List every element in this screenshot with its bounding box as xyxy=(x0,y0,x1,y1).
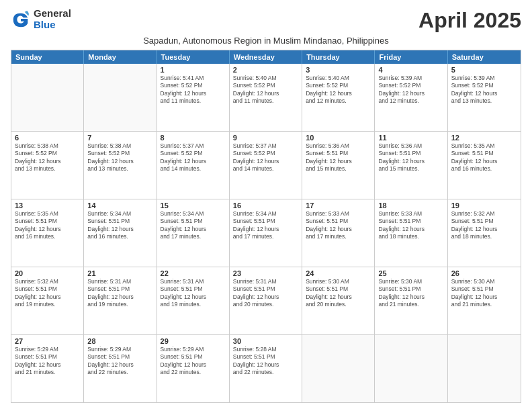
day-number: 5 xyxy=(451,66,517,74)
day-number: 9 xyxy=(233,134,298,142)
day-info: Sunrise: 5:37 AM Sunset: 5:52 PM Dayligh… xyxy=(233,142,298,173)
calendar-day-25: 25Sunrise: 5:30 AM Sunset: 5:51 PM Dayli… xyxy=(375,267,447,334)
calendar-body: 1Sunrise: 5:41 AM Sunset: 5:52 PM Daylig… xyxy=(11,64,521,402)
day-info: Sunrise: 5:38 AM Sunset: 5:52 PM Dayligh… xyxy=(15,142,80,173)
header-day-monday: Monday xyxy=(84,50,157,64)
day-info: Sunrise: 5:33 AM Sunset: 5:51 PM Dayligh… xyxy=(306,210,371,241)
day-number: 19 xyxy=(451,201,517,210)
calendar-day-2: 2Sunrise: 5:40 AM Sunset: 5:52 PM Daylig… xyxy=(230,64,302,131)
calendar-day-11: 11Sunrise: 5:36 AM Sunset: 5:51 PM Dayli… xyxy=(375,132,447,199)
day-number: 8 xyxy=(161,134,226,142)
day-number: 22 xyxy=(161,269,226,277)
calendar-day-30: 30Sunrise: 5:28 AM Sunset: 5:51 PM Dayli… xyxy=(230,335,302,402)
day-number: 11 xyxy=(378,134,443,142)
logo-blue-text: Blue xyxy=(34,19,71,31)
calendar-day-21: 21Sunrise: 5:31 AM Sunset: 5:51 PM Dayli… xyxy=(84,267,157,334)
day-number: 12 xyxy=(451,134,517,142)
calendar-day-3: 3Sunrise: 5:40 AM Sunset: 5:52 PM Daylig… xyxy=(302,64,375,131)
logo-text: General Blue xyxy=(34,8,71,30)
day-info: Sunrise: 5:31 AM Sunset: 5:51 PM Dayligh… xyxy=(161,278,226,309)
calendar-row-4: 20Sunrise: 5:32 AM Sunset: 5:51 PM Dayli… xyxy=(11,267,521,334)
day-number: 7 xyxy=(87,134,152,142)
calendar-row-1: 1Sunrise: 5:41 AM Sunset: 5:52 PM Daylig… xyxy=(11,64,521,131)
subtitle: Sapadun, Autonomous Region in Muslim Min… xyxy=(11,36,521,46)
calendar-day-20: 20Sunrise: 5:32 AM Sunset: 5:51 PM Dayli… xyxy=(11,267,84,334)
header-day-saturday: Saturday xyxy=(448,50,521,64)
calendar-day-7: 7Sunrise: 5:38 AM Sunset: 5:52 PM Daylig… xyxy=(84,132,157,199)
calendar-day-10: 10Sunrise: 5:36 AM Sunset: 5:51 PM Dayli… xyxy=(302,132,375,199)
calendar-day-12: 12Sunrise: 5:35 AM Sunset: 5:51 PM Dayli… xyxy=(448,132,521,199)
calendar: SundayMondayTuesdayWednesdayThursdayFrid… xyxy=(11,50,521,403)
day-number: 17 xyxy=(306,201,371,210)
day-info: Sunrise: 5:29 AM Sunset: 5:51 PM Dayligh… xyxy=(87,346,152,377)
page: General Blue April 2025 Sapadun, Autonom… xyxy=(0,0,532,411)
title-block: April 2025 xyxy=(418,8,521,33)
day-number: 14 xyxy=(87,201,152,210)
day-number: 10 xyxy=(306,134,371,142)
day-info: Sunrise: 5:38 AM Sunset: 5:52 PM Dayligh… xyxy=(87,142,152,173)
day-info: Sunrise: 5:28 AM Sunset: 5:51 PM Dayligh… xyxy=(233,346,298,377)
day-info: Sunrise: 5:36 AM Sunset: 5:51 PM Dayligh… xyxy=(378,142,443,173)
day-number: 29 xyxy=(161,337,226,345)
calendar-day-14: 14Sunrise: 5:34 AM Sunset: 5:51 PM Dayli… xyxy=(84,199,157,267)
day-info: Sunrise: 5:37 AM Sunset: 5:52 PM Dayligh… xyxy=(161,142,226,173)
calendar-day-4: 4Sunrise: 5:39 AM Sunset: 5:52 PM Daylig… xyxy=(375,64,447,131)
calendar-day-18: 18Sunrise: 5:33 AM Sunset: 5:51 PM Dayli… xyxy=(375,199,447,267)
day-number: 30 xyxy=(233,337,298,345)
day-info: Sunrise: 5:34 AM Sunset: 5:51 PM Dayligh… xyxy=(233,210,298,241)
day-number: 21 xyxy=(87,269,152,277)
day-number: 1 xyxy=(161,66,226,74)
calendar-day-28: 28Sunrise: 5:29 AM Sunset: 5:51 PM Dayli… xyxy=(84,335,157,402)
day-info: Sunrise: 5:30 AM Sunset: 5:51 PM Dayligh… xyxy=(451,278,517,309)
calendar-day-9: 9Sunrise: 5:37 AM Sunset: 5:52 PM Daylig… xyxy=(230,132,302,199)
header-day-thursday: Thursday xyxy=(302,50,375,64)
day-number: 26 xyxy=(451,269,517,277)
day-number: 23 xyxy=(233,269,298,277)
logo: General Blue xyxy=(11,8,71,30)
day-number: 13 xyxy=(15,201,80,210)
calendar-empty-cell xyxy=(448,335,521,402)
day-info: Sunrise: 5:35 AM Sunset: 5:51 PM Dayligh… xyxy=(451,142,517,173)
month-title: April 2025 xyxy=(418,8,521,33)
day-info: Sunrise: 5:33 AM Sunset: 5:51 PM Dayligh… xyxy=(378,210,443,241)
calendar-day-29: 29Sunrise: 5:29 AM Sunset: 5:51 PM Dayli… xyxy=(157,335,230,402)
calendar-header: SundayMondayTuesdayWednesdayThursdayFrid… xyxy=(11,50,521,64)
day-info: Sunrise: 5:39 AM Sunset: 5:52 PM Dayligh… xyxy=(378,75,443,105)
day-number: 18 xyxy=(378,201,443,210)
day-number: 3 xyxy=(306,66,371,74)
header-day-sunday: Sunday xyxy=(11,50,84,64)
header-day-tuesday: Tuesday xyxy=(157,50,230,64)
calendar-day-6: 6Sunrise: 5:38 AM Sunset: 5:52 PM Daylig… xyxy=(11,132,84,199)
day-info: Sunrise: 5:40 AM Sunset: 5:52 PM Dayligh… xyxy=(306,75,371,105)
day-number: 25 xyxy=(378,269,443,277)
calendar-day-27: 27Sunrise: 5:29 AM Sunset: 5:51 PM Dayli… xyxy=(11,335,84,402)
calendar-row-2: 6Sunrise: 5:38 AM Sunset: 5:52 PM Daylig… xyxy=(11,131,521,199)
calendar-row-3: 13Sunrise: 5:35 AM Sunset: 5:51 PM Dayli… xyxy=(11,199,521,267)
calendar-empty-cell xyxy=(11,64,84,131)
day-info: Sunrise: 5:32 AM Sunset: 5:51 PM Dayligh… xyxy=(15,278,80,309)
calendar-day-17: 17Sunrise: 5:33 AM Sunset: 5:51 PM Dayli… xyxy=(302,199,375,267)
calendar-day-24: 24Sunrise: 5:30 AM Sunset: 5:51 PM Dayli… xyxy=(302,267,375,334)
calendar-day-16: 16Sunrise: 5:34 AM Sunset: 5:51 PM Dayli… xyxy=(230,199,302,267)
day-number: 6 xyxy=(15,134,80,142)
calendar-day-13: 13Sunrise: 5:35 AM Sunset: 5:51 PM Dayli… xyxy=(11,199,84,267)
calendar-empty-cell xyxy=(375,335,447,402)
day-info: Sunrise: 5:30 AM Sunset: 5:51 PM Dayligh… xyxy=(306,278,371,309)
day-number: 28 xyxy=(87,337,152,345)
day-info: Sunrise: 5:34 AM Sunset: 5:51 PM Dayligh… xyxy=(87,210,152,241)
day-number: 2 xyxy=(233,66,298,74)
day-info: Sunrise: 5:36 AM Sunset: 5:51 PM Dayligh… xyxy=(306,142,371,173)
day-info: Sunrise: 5:41 AM Sunset: 5:52 PM Dayligh… xyxy=(161,75,226,105)
calendar-day-26: 26Sunrise: 5:30 AM Sunset: 5:51 PM Dayli… xyxy=(448,267,521,334)
calendar-row-5: 27Sunrise: 5:29 AM Sunset: 5:51 PM Dayli… xyxy=(11,334,521,402)
day-number: 24 xyxy=(306,269,371,277)
calendar-day-19: 19Sunrise: 5:32 AM Sunset: 5:51 PM Dayli… xyxy=(448,199,521,267)
calendar-empty-cell xyxy=(302,335,375,402)
logo-general: General xyxy=(34,8,71,19)
header: General Blue April 2025 xyxy=(11,8,521,33)
calendar-day-23: 23Sunrise: 5:31 AM Sunset: 5:51 PM Dayli… xyxy=(230,267,302,334)
calendar-day-15: 15Sunrise: 5:34 AM Sunset: 5:51 PM Dayli… xyxy=(157,199,230,267)
calendar-day-8: 8Sunrise: 5:37 AM Sunset: 5:52 PM Daylig… xyxy=(157,132,230,199)
day-info: Sunrise: 5:31 AM Sunset: 5:51 PM Dayligh… xyxy=(87,278,152,309)
day-info: Sunrise: 5:29 AM Sunset: 5:51 PM Dayligh… xyxy=(161,346,226,377)
